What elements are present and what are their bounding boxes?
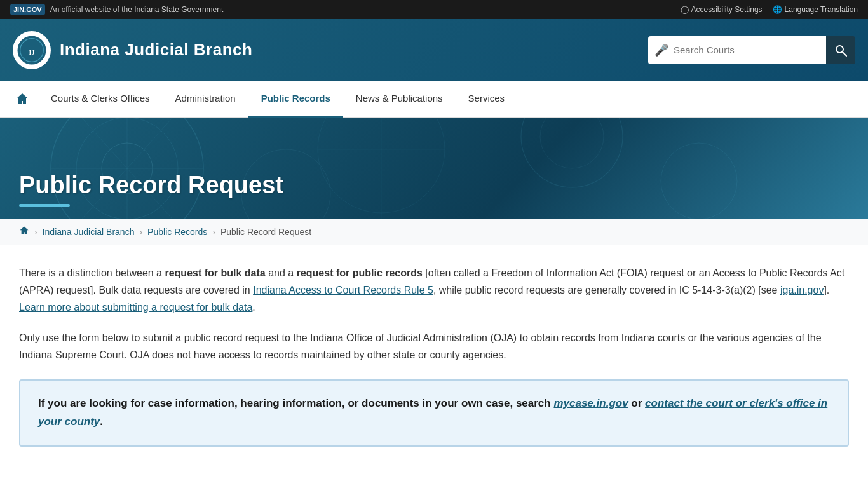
- breadcrumb-sep-2: ›: [139, 227, 142, 237]
- intro-paragraph: There is a distinction between a request…: [19, 264, 849, 316]
- top-bar: JIN.GOV An official website of the India…: [0, 0, 868, 19]
- hero-background: [0, 118, 868, 219]
- language-translation-link[interactable]: 🌐 Language Translation: [773, 5, 858, 14]
- accessibility-label: Accessibility Settings: [691, 5, 763, 14]
- search-input[interactable]: [674, 44, 820, 55]
- microphone-icon[interactable]: 🎤: [654, 43, 668, 57]
- infobox-text-before: If you are looking for case information,…: [38, 397, 553, 409]
- site-logo: IJ: [13, 31, 51, 69]
- intro-text-mid: and a: [266, 268, 297, 278]
- nav-item-courts[interactable]: Courts & Clerks Offices: [38, 81, 163, 118]
- page-title: Public Record Request: [19, 172, 849, 199]
- search-icon: [834, 44, 847, 57]
- breadcrumb-current: Public Record Request: [220, 227, 311, 237]
- breadcrumb-sep-1: ›: [34, 227, 37, 237]
- main-content: There is a distinction between a request…: [0, 245, 868, 488]
- intro-text-end: .: [252, 302, 255, 313]
- breadcrumb-link-indiana[interactable]: Indiana Judicial Branch: [43, 227, 135, 237]
- iga-link[interactable]: iga.in.gov: [780, 285, 824, 295]
- svg-line-4: [843, 52, 846, 56]
- footer-divider: [19, 466, 849, 466]
- nav-item-news[interactable]: News & Publications: [343, 81, 456, 118]
- info-box: If you are looking for case information,…: [19, 379, 849, 447]
- intro-text-after2: , while public record requests are gener…: [433, 285, 780, 295]
- official-text: An official website of the Indiana State…: [50, 5, 224, 14]
- breadcrumb-link-public-records[interactable]: Public Records: [147, 227, 207, 237]
- bulk-data-learn-link[interactable]: Learn more about submitting a request fo…: [19, 302, 252, 313]
- infobox-text-mid: or: [628, 397, 645, 409]
- jin-gov-logo: JIN.GOV: [10, 4, 45, 15]
- nav-item-services[interactable]: Services: [456, 81, 518, 118]
- second-paragraph: Only use the form below to submit a publ…: [19, 329, 849, 363]
- brand: IJ Indiana Judicial Branch: [13, 31, 252, 69]
- globe-icon: 🌐: [773, 5, 782, 14]
- breadcrumb-home-icon[interactable]: [19, 226, 29, 238]
- nav-item-public-records[interactable]: Public Records: [248, 81, 343, 118]
- breadcrumb-sep-3: ›: [212, 227, 215, 237]
- search-input-wrapper: 🎤: [648, 36, 826, 64]
- nav-home-button[interactable]: [6, 81, 38, 118]
- intro-text-after3: ].: [824, 285, 829, 295]
- site-title: Indiana Judicial Branch: [60, 40, 252, 60]
- svg-text:IJ: IJ: [29, 48, 35, 55]
- nav-items: Courts & Clerks Offices Administration P…: [6, 81, 517, 118]
- intro-bold-public: request for public records: [297, 268, 423, 278]
- title-underline: [19, 204, 70, 207]
- nav-item-administration[interactable]: Administration: [163, 81, 248, 118]
- top-bar-left: JIN.GOV An official website of the India…: [10, 4, 223, 15]
- top-bar-right: ◯ Accessibility Settings 🌐 Language Tran…: [681, 5, 858, 14]
- language-label: Language Translation: [785, 5, 858, 14]
- infobox-text-end: .: [100, 416, 103, 428]
- site-header: IJ Indiana Judicial Branch 🎤: [0, 19, 868, 81]
- hero-banner: Public Record Request: [0, 118, 868, 219]
- court-records-rule-link[interactable]: Indiana Access to Court Records Rule 5: [253, 285, 433, 295]
- search-button[interactable]: [826, 36, 855, 64]
- accessibility-icon: ◯: [681, 5, 689, 14]
- accessibility-settings-link[interactable]: ◯ Accessibility Settings: [681, 5, 763, 14]
- home-icon: [15, 92, 29, 106]
- svg-point-13: [540, 118, 604, 168]
- breadcrumb: › Indiana Judicial Branch › Public Recor…: [0, 219, 868, 245]
- intro-bold-bulk: request for bulk data: [165, 268, 265, 278]
- intro-text-before: There is a distinction between a: [19, 268, 165, 278]
- search-bar: 🎤: [648, 36, 855, 64]
- main-nav: Courts & Clerks Offices Administration P…: [0, 81, 868, 118]
- mycase-link[interactable]: mycase.in.gov: [553, 397, 628, 409]
